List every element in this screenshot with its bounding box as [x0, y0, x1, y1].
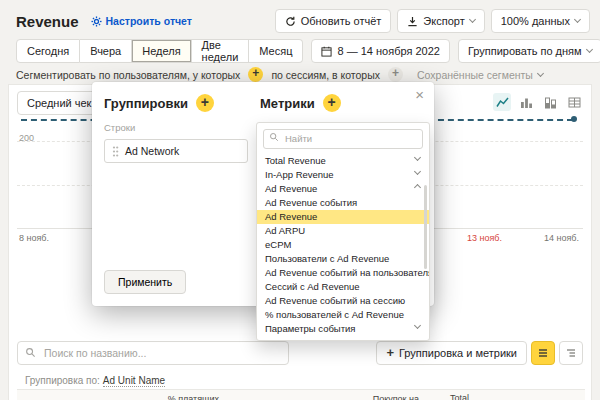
groupings-subtitle: Строки: [104, 122, 248, 133]
metrics-search: [263, 128, 423, 149]
toolbar-right: + Группировка и метрики: [376, 341, 583, 365]
y-axis-tick: 200: [19, 133, 34, 143]
chevron-down-icon: [414, 322, 421, 329]
period-tabs: Сегодня Вчера Неделя Две недели Месяц: [16, 39, 303, 63]
col-paying-users-pct[interactable]: % платящих пользователей: [161, 390, 223, 400]
flat-list-view-toggle[interactable]: [531, 341, 555, 365]
scrollbar-thumb[interactable]: [424, 185, 427, 269]
metric-group-event-params[interactable]: Параметры события: [257, 322, 429, 336]
metric-option-pct-users-with-ad-revenue[interactable]: % пользователей с Ad Revenue: [257, 308, 429, 322]
chevron-down-icon: [537, 69, 544, 76]
tab-two-weeks[interactable]: Две недели: [192, 39, 250, 63]
metrics-search-input[interactable]: [263, 129, 423, 149]
report-table: Ad Unit Name Покупки % платящих пользова…: [17, 389, 585, 400]
segment-users-label: Сегментировать по пользователям, у котор…: [16, 69, 240, 81]
appmetrica-revenue-screen: Revenue Настроить отчет Обновить отчёт Э…: [0, 0, 600, 400]
plus-icon: +: [386, 345, 394, 360]
table-view-icon[interactable]: [565, 93, 583, 111]
chevron-up-icon: [414, 183, 421, 190]
grouping-caption-link[interactable]: Ad Unit Name: [103, 375, 165, 387]
configure-report-link[interactable]: Настроить отчет: [91, 15, 192, 27]
refresh-icon: [285, 16, 296, 27]
col-rub-1[interactable]: RUB: [223, 390, 289, 400]
group-by-select[interactable]: Группировать по дням: [458, 39, 600, 63]
metric-option-ad-arpu[interactable]: Ad ARPU: [257, 224, 429, 238]
col-purchases-per-user[interactable]: Покупок на пользователя: [363, 390, 423, 400]
download-icon: [407, 16, 418, 27]
table-toolbar: + Группировка и метрики: [17, 341, 583, 365]
groupings-metrics-modal: × Группировки + Строки Ad Network Примен…: [92, 82, 434, 306]
app-header: Revenue Настроить отчет Обновить отчёт Э…: [16, 9, 590, 33]
groupings-title: Группировки: [104, 96, 188, 111]
chevron-down-icon: [574, 16, 581, 23]
col-purchases-sorted[interactable]: Покупки: [117, 390, 161, 400]
configure-report-label: Настроить отчет: [106, 15, 192, 27]
page-title: Revenue: [16, 13, 79, 30]
add-grouping-button[interactable]: +: [196, 94, 214, 112]
table-header-row: Ad Unit Name Покупки % платящих пользова…: [17, 390, 585, 400]
tab-today[interactable]: Сегодня: [16, 39, 80, 63]
chevron-down-icon: [586, 46, 593, 53]
gear-icon: [91, 16, 102, 27]
date-range-button[interactable]: 8 — 14 ноября 2022: [311, 39, 449, 63]
metric-option-users-with-ad-revenue[interactable]: Пользователи с Ad Revenue: [257, 252, 429, 266]
chart-type-switcher: [493, 93, 583, 111]
drag-handle-icon: [112, 145, 119, 158]
tab-week[interactable]: Неделя: [132, 39, 191, 63]
metric-option-ad-revenue-events-per-user[interactable]: Ad Revenue событий на пользователя: [257, 266, 429, 280]
sampling-select[interactable]: 100% данных: [491, 9, 590, 33]
calendar-icon: [321, 46, 332, 57]
col-ad-unit-name[interactable]: Ad Unit Name: [17, 390, 117, 400]
metric-group-ad-revenue[interactable]: Ad Revenue: [257, 182, 429, 196]
apply-button[interactable]: Применить: [104, 270, 186, 294]
segment-bar: Сегментировать по пользователям, у котор…: [16, 67, 590, 82]
search-icon: [269, 132, 279, 142]
search-icon: [25, 347, 36, 358]
x-axis-tick: 8 нояб.: [19, 233, 49, 243]
groupings-panel: Группировки + Строки Ad Network: [104, 94, 248, 163]
grouping-item-ad-network[interactable]: Ad Network: [104, 139, 248, 163]
line-chart-icon[interactable]: [493, 93, 511, 111]
metric-group-inapp-revenue[interactable]: In-App Revenue: [257, 168, 429, 182]
chevron-down-icon: [414, 154, 421, 161]
saved-segments-select[interactable]: Сохранённые сегменты: [417, 69, 543, 81]
metric-option-ad-revenue-events[interactable]: Ad Revenue события: [257, 196, 429, 210]
metric-option-ecpm[interactable]: eCPM: [257, 238, 429, 252]
period-bar: Сегодня Вчера Неделя Две недели Месяц 8 …: [16, 39, 590, 63]
col-rub-2[interactable]: RUB: [289, 390, 363, 400]
col-total-arpu[interactable]: Total ARPURUB: [423, 390, 473, 400]
add-metric-button[interactable]: +: [323, 94, 341, 112]
metric-option-ad-revenue-selected[interactable]: Ad Revenue: [257, 210, 429, 224]
col-ecpm[interactable]: eCPM: [547, 390, 585, 400]
metrics-title: Метрики: [260, 96, 315, 111]
add-user-segment-button[interactable]: +: [248, 67, 263, 82]
table-search: [17, 341, 289, 365]
chevron-down-icon: [414, 168, 421, 175]
refresh-report-button[interactable]: Обновить отчёт: [275, 9, 392, 33]
tree-view-toggle[interactable]: [559, 341, 583, 365]
header-actions: Обновить отчёт Экспорт 100% данных: [275, 9, 590, 33]
metrics-dropdown: Total Revenue In-App Revenue Ad Revenue …: [256, 122, 430, 341]
metric-group-total-revenue[interactable]: Total Revenue: [257, 154, 429, 168]
stacked-bar-chart-icon[interactable]: [541, 93, 559, 111]
series-endpoint-dot: [571, 116, 577, 122]
export-button[interactable]: Экспорт: [397, 9, 484, 33]
tab-month[interactable]: Месяц: [249, 39, 303, 63]
add-grouping-metrics-button[interactable]: + Группировка и метрики: [376, 341, 527, 365]
grouping-caption: Группировка по:Ad Unit Name: [25, 375, 165, 386]
x-axis-tick-highlighted: 13 нояб.: [467, 233, 502, 243]
metric-option-ad-revenue-events-per-session[interactable]: Ad Revenue событий на сессию: [257, 294, 429, 308]
x-axis-tick: 14 нояб.: [544, 233, 579, 243]
col-total-revenue[interactable]: Total RevenueRUB: [473, 390, 547, 400]
chevron-down-icon: [469, 16, 476, 23]
tab-yesterday[interactable]: Вчера: [80, 39, 132, 63]
metric-option-sessions-with-ad-revenue[interactable]: Сессий с Ad Revenue: [257, 280, 429, 294]
add-session-segment-button[interactable]: +: [388, 67, 403, 82]
bar-chart-icon[interactable]: [517, 93, 535, 111]
segment-sessions-label: по сессиям, в которых: [271, 69, 380, 81]
table-search-input[interactable]: [17, 341, 289, 365]
